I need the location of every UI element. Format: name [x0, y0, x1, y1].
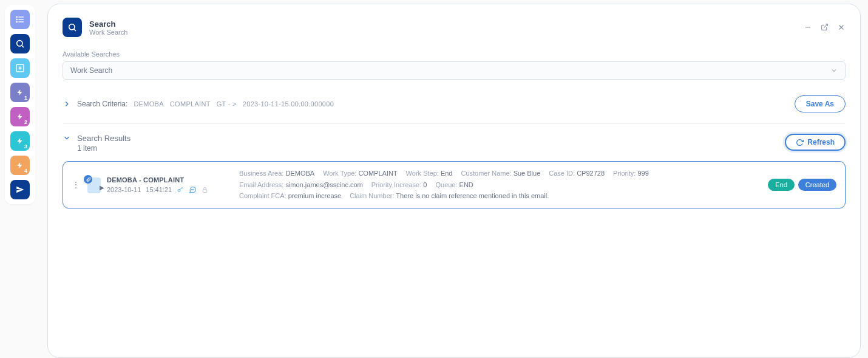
criteria-token-1: DEMOBA [134, 100, 163, 108]
criteria-token-2: COMPLAINT [170, 100, 211, 108]
available-searches-select[interactable]: Work Search [63, 61, 846, 80]
card-time: 15:41:21 [146, 186, 172, 193]
nav-send[interactable] [10, 180, 30, 199]
play-icon: ▶ [100, 184, 104, 191]
svg-line-12 [74, 29, 76, 31]
bolt-icon [16, 137, 24, 145]
criteria-token-4: 2023-10-11-15.00.00.000000 [243, 100, 334, 108]
panel-header: Search Work Search [63, 18, 846, 37]
refresh-button[interactable]: Refresh [785, 134, 846, 151]
search-icon [67, 22, 77, 32]
state-badge[interactable]: Created [798, 179, 836, 191]
svg-point-11 [69, 24, 75, 30]
panel-title: Search [89, 19, 127, 29]
save-as-button[interactable]: Save As [795, 95, 846, 112]
field-pair: Queue: END [435, 179, 473, 191]
field-pair: Priority: 999 [613, 168, 649, 179]
bolt-icon [16, 113, 24, 120]
svg-rect-23 [203, 190, 206, 193]
svg-point-6 [17, 41, 22, 46]
criteria-token-3: GT - > [217, 100, 237, 108]
nav-bolt-4-badge: 4 [24, 168, 27, 174]
lock-icon[interactable] [202, 187, 208, 193]
field-pair: Customer Name: Sue Blue [461, 168, 540, 179]
nav-bolt-4[interactable]: 4 [10, 156, 30, 175]
search-icon [15, 39, 25, 49]
panel-title-icon [63, 18, 82, 37]
results-toggle[interactable] [63, 134, 71, 142]
field-pair: Claim Number: There is no claim referenc… [350, 190, 549, 202]
close-icon [837, 23, 846, 32]
svg-point-22 [194, 189, 194, 190]
available-searches-label: Available Searches [63, 50, 846, 58]
criteria-toggle[interactable] [63, 100, 71, 108]
status-badge[interactable]: End [768, 179, 795, 191]
results-count: 1 item [77, 144, 131, 153]
popout-button[interactable] [821, 23, 829, 32]
nav-bolt-2-badge: 2 [24, 119, 27, 125]
send-icon [16, 185, 24, 194]
svg-point-21 [192, 189, 193, 190]
nav-search[interactable] [10, 34, 30, 53]
svg-line-14 [824, 24, 827, 28]
available-searches-value: Work Search [70, 66, 112, 75]
chevron-down-icon [830, 67, 838, 74]
svg-point-3 [16, 16, 17, 17]
divider [63, 123, 846, 124]
nav-bolt-3[interactable]: 3 [10, 131, 30, 151]
svg-line-7 [22, 46, 24, 47]
bolt-icon [16, 162, 24, 169]
result-card[interactable]: ⋮ ▶ DEMOBA - COMPLAINT 2023-10-11 15:41:… [63, 161, 846, 208]
nav-bolt-1-badge: 1 [24, 95, 27, 101]
criteria-label: Search Criteria: [77, 100, 127, 108]
nav-work-list[interactable] [10, 10, 30, 29]
card-fields: Business Area: DEMOBAWork Type: COMPLAIN… [239, 168, 763, 202]
refresh-icon [796, 139, 804, 146]
chat-icon[interactable] [189, 186, 197, 194]
sidebar: 1 2 3 4 [5, 5, 35, 204]
field-pair: Work Type: COMPLAINT [323, 168, 397, 179]
results-title: Search Results [77, 134, 131, 143]
attachment-icon [84, 175, 92, 184]
main-panel: Search Work Search Available Searches Wo… [47, 4, 861, 358]
field-pair: Case ID: CP92728 [549, 168, 605, 179]
card-date: 2023-10-11 [107, 186, 141, 193]
minimize-icon [804, 23, 812, 32]
nav-add[interactable] [10, 58, 30, 78]
nav-bolt-3-badge: 3 [24, 143, 27, 150]
svg-point-4 [16, 19, 17, 19]
bolt-icon [16, 89, 24, 96]
chevron-right-icon [63, 100, 71, 108]
field-pair: Priority Increase: 0 [371, 179, 427, 191]
field-pair: Work Step: End [406, 168, 453, 179]
svg-line-18 [180, 187, 182, 190]
key-icon[interactable] [177, 186, 184, 193]
close-button[interactable] [837, 23, 846, 32]
chevron-down-icon [63, 134, 71, 142]
card-doc-icon: ▶ [85, 176, 102, 193]
field-pair: Business Area: DEMOBA [239, 168, 314, 179]
card-title: DEMOBA - COMPLAINT [107, 176, 234, 184]
add-icon [15, 63, 25, 73]
popout-icon [821, 23, 829, 31]
refresh-label: Refresh [807, 138, 835, 146]
card-menu-button[interactable]: ⋮ [72, 183, 80, 187]
svg-line-19 [182, 188, 183, 189]
field-pair: Complaint FCA: premium increase [239, 190, 341, 202]
svg-point-5 [16, 21, 17, 22]
svg-point-20 [192, 189, 192, 190]
panel-subtitle: Work Search [89, 29, 127, 36]
minimize-button[interactable] [804, 23, 812, 32]
nav-bolt-1[interactable]: 1 [10, 83, 30, 102]
field-pair: Email Address: simon.james@sscinc.com [239, 179, 363, 191]
list-icon [15, 15, 25, 24]
nav-bolt-2[interactable]: 2 [10, 107, 30, 126]
